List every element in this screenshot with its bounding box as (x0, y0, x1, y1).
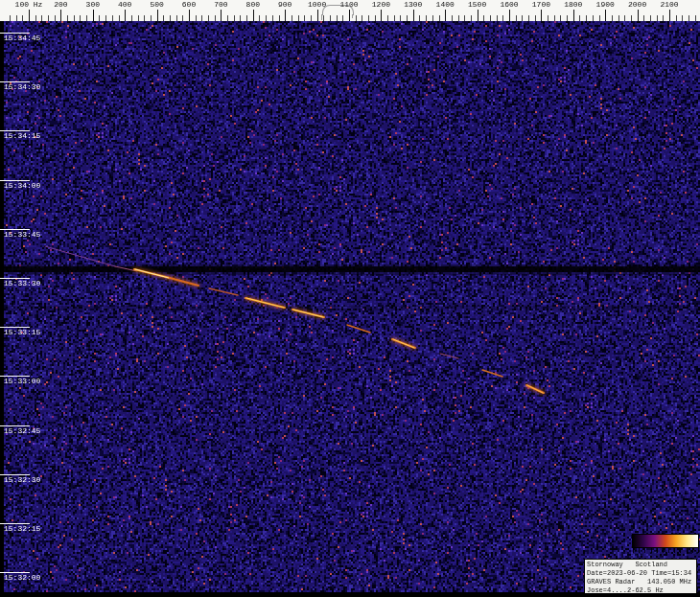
freq-minor-tick (535, 15, 536, 21)
freq-tick-label: 2000 (628, 0, 646, 9)
time-tick-label: 15:33:00 (4, 377, 40, 385)
time-tick-label: 15:34:15 (4, 131, 40, 140)
freq-minor-tick (579, 15, 580, 21)
freq-minor-tick (483, 15, 484, 21)
freq-minor-tick (208, 15, 209, 21)
freq-minor-tick (593, 15, 594, 21)
time-tick-label: 15:34:00 (4, 181, 40, 190)
freq-minor-tick (548, 15, 548, 21)
freq-minor-tick (246, 15, 247, 21)
colorbar-tick (687, 548, 688, 553)
freq-minor-tick (176, 15, 177, 21)
freq-minor-tick (516, 15, 517, 21)
freq-tick-label: 900 (278, 0, 292, 9)
freq-minor-tick (618, 15, 619, 21)
freq-tick-label: 300 (86, 0, 100, 9)
station-info-box: Stornoway Scotland Date=2023-06-20 Time=… (584, 559, 697, 594)
freq-minor-tick (657, 15, 658, 21)
freq-tick-label: 1700 (532, 0, 550, 9)
freq-minor-tick (292, 15, 292, 21)
freq-minor-tick (554, 15, 555, 21)
freq-tick-label: 1600 (500, 0, 518, 9)
freq-major-tick (605, 10, 606, 21)
freq-minor-tick (400, 15, 401, 21)
freq-minor-tick (99, 15, 100, 21)
colorbar-tick (644, 548, 645, 553)
freq-major-tick (189, 10, 190, 21)
freq-minor-tick (259, 15, 260, 21)
freq-major-tick (60, 10, 61, 21)
freq-minor-tick (368, 15, 369, 21)
freq-minor-tick (55, 15, 56, 21)
freq-major-tick (445, 10, 446, 21)
freq-minor-tick (490, 15, 491, 21)
freq-tick-label: 500 (150, 0, 163, 9)
freq-minor-tick (419, 15, 420, 21)
freq-minor-tick (266, 15, 267, 21)
radar-frequency: GRAVES Radar 143.050 MHz (587, 578, 694, 586)
colorbar-tick (692, 548, 693, 553)
freq-minor-tick (323, 15, 324, 21)
freq-minor-tick (272, 15, 273, 21)
freq-minor-tick (330, 15, 331, 21)
colorbar-tick (651, 548, 652, 553)
freq-major-tick (541, 10, 542, 21)
freq-minor-tick (131, 15, 132, 21)
freq-tick-label: 1100 (339, 0, 358, 9)
freq-major-tick (478, 10, 478, 21)
colorbar-tick (633, 548, 634, 553)
colorbar-tick (698, 548, 699, 553)
freq-minor-tick (48, 15, 49, 21)
colorbar-tick (639, 548, 640, 553)
freq-minor-tick (676, 15, 677, 21)
freq-minor-tick (80, 15, 81, 21)
colorbar-tick (668, 548, 669, 553)
freq-major-tick (509, 10, 510, 21)
freq-minor-tick (86, 15, 87, 21)
freq-minor-tick (119, 15, 120, 21)
freq-minor-tick (304, 15, 305, 21)
freq-minor-tick (35, 15, 36, 21)
freq-tick-label: 1800 (564, 0, 582, 9)
freq-minor-tick (279, 15, 280, 21)
time-tick-label: 15:33:15 (4, 328, 40, 336)
freq-minor-tick (215, 15, 216, 21)
freq-minor-tick (298, 15, 299, 21)
band-marker-leg (352, 14, 353, 18)
time-tick-label: 15:34:45 (4, 34, 40, 42)
waterfall-display (0, 21, 700, 597)
freq-minor-tick (586, 15, 587, 21)
freq-minor-tick (375, 15, 376, 21)
freq-minor-tick (196, 15, 197, 21)
freq-major-tick (638, 10, 639, 21)
freq-major-tick (29, 10, 30, 21)
freq-minor-tick (502, 15, 503, 21)
freq-minor-tick (471, 15, 472, 21)
frequency-scale: 100 Hz2003004005006007008009001000110012… (0, 0, 700, 21)
freq-minor-tick (163, 15, 164, 21)
freq-minor-tick (624, 15, 625, 21)
freq-minor-tick (695, 15, 696, 21)
time-tick-label: 15:34:30 (4, 82, 40, 91)
freq-minor-tick (688, 15, 689, 21)
freq-minor-tick (201, 15, 202, 21)
colorbar-tick (674, 548, 675, 553)
freq-minor-tick (464, 15, 465, 21)
freq-tick-label: 1400 (436, 0, 455, 9)
freq-major-tick (93, 10, 94, 21)
freq-minor-tick (337, 15, 338, 21)
freq-minor-tick (394, 15, 395, 21)
freq-tick-label: 200 (54, 0, 67, 9)
freq-major-tick (669, 10, 670, 21)
freq-minor-tick (170, 15, 171, 21)
freq-minor-tick (67, 15, 68, 21)
freq-major-tick (221, 10, 222, 21)
freq-major-tick (253, 10, 254, 21)
freq-minor-tick (387, 15, 388, 21)
time-tick-label: 15:32:00 (4, 573, 40, 582)
freq-minor-tick (41, 15, 42, 21)
freq-major-tick (285, 10, 286, 21)
time-tick-label: 15:32:45 (4, 426, 40, 435)
freq-major-tick (349, 10, 350, 21)
freq-minor-tick (439, 15, 440, 21)
